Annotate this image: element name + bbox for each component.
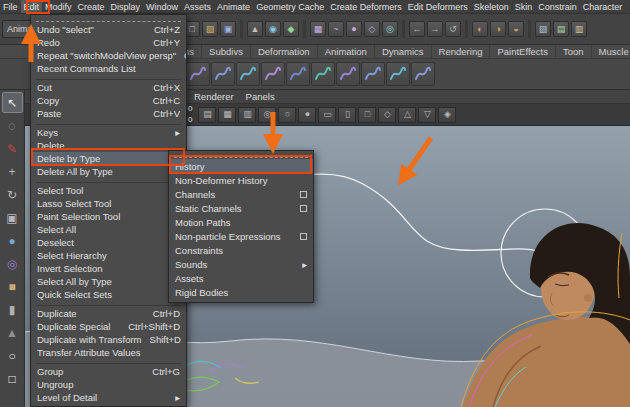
sine-deformer-icon[interactable] (236, 62, 260, 86)
menubar-item[interactable]: Skeleton (471, 0, 512, 14)
menubar-item[interactable]: Assets (181, 0, 214, 14)
edit-menu-item[interactable]: Level of Detail ▸ (31, 391, 186, 404)
edit-menu-item[interactable]: Paint Selection Tool ▸ (31, 210, 186, 223)
safe-action-icon[interactable]: △ (398, 107, 416, 123)
menubar-item[interactable]: Window (143, 0, 181, 14)
field-chart-icon[interactable]: ◈ (438, 107, 456, 123)
edit-menu-item[interactable]: Delete by Type ▸ (31, 152, 186, 165)
edit-menu-item[interactable]: Cut Ctrl+X ▸ (31, 81, 186, 94)
edit-menu-item[interactable]: Repeat "switchModelView persp" G ▸ (31, 49, 186, 62)
option-box-icon[interactable] (300, 205, 307, 212)
scale-tool-icon[interactable]: ▣ (2, 207, 23, 228)
submenu-item[interactable]: Sounds ▸ (169, 257, 313, 271)
submenu-item[interactable]: Static Channels ▸ (169, 201, 313, 215)
menu-tearoff-handle[interactable] (36, 17, 181, 22)
snap-to-grid-icon[interactable]: ▦ (310, 21, 326, 37)
wave-deformer-icon[interactable] (311, 62, 335, 86)
input-connections-icon[interactable]: ← (409, 21, 425, 37)
menubar-item[interactable]: Create Deformers (327, 0, 405, 14)
submenu-item[interactable]: Rigid Bodies ▸ (169, 285, 313, 299)
lock-camera-icon[interactable]: ▦ (218, 107, 236, 123)
select-object-mode-icon[interactable]: ◉ (265, 21, 281, 37)
render-settings-icon[interactable]: ◒ (508, 21, 524, 37)
option-box-icon[interactable] (300, 191, 307, 198)
circle-layout-icon[interactable]: ○ (2, 345, 23, 366)
edit-menu-item[interactable]: Duplicate Ctrl+D ▸ (31, 307, 186, 320)
panel-menu-item[interactable]: Renderer (188, 90, 240, 103)
submenu-item[interactable]: Constraints ▸ (169, 243, 313, 257)
jiggle-deformer-icon[interactable] (411, 62, 435, 86)
submenu-item[interactable]: Non-Deformer History ▸ (169, 173, 313, 187)
submenu-item[interactable]: History ▸ (169, 159, 313, 173)
menubar-item[interactable]: Character (580, 0, 626, 14)
select-component-mode-icon[interactable]: ◆ (283, 21, 299, 37)
bookmarks-icon[interactable]: ◎ (258, 107, 276, 123)
edit-menu-item[interactable]: Invert Selection ▸ (31, 262, 186, 275)
twist-deformer-icon[interactable] (286, 62, 310, 86)
snap-to-curve-icon[interactable]: ~ (328, 21, 344, 37)
edit-menu-item[interactable]: Quick Select Sets ▸ (31, 288, 186, 301)
shelf-tab[interactable]: PaintEffects (490, 45, 556, 58)
edit-menu-item[interactable]: Select All ▸ (31, 223, 186, 236)
menubar-item[interactable]: File (0, 0, 21, 14)
edit-menu-item[interactable]: Recent Commands List ▸ (31, 62, 186, 75)
paint-select-tool-icon[interactable]: ✎ (2, 138, 23, 159)
edit-menu-item[interactable]: Lasso Select Tool ▸ (31, 197, 186, 210)
grid-toggle-icon[interactable]: ▭ (318, 107, 336, 123)
shelf-tab[interactable]: Dynamics (375, 45, 432, 58)
graph-editor-icon[interactable]: ▤ (553, 21, 569, 37)
edit-menu-item[interactable]: Deselect ▸ (31, 236, 186, 249)
edit-menu-item[interactable]: Copy Ctrl+C ▸ (31, 94, 186, 107)
open-scene-icon[interactable]: ▧ (202, 21, 218, 37)
edit-menu-item[interactable]: Duplicate Special Ctrl+Shift+D ▸ (31, 320, 186, 333)
move-tool-icon[interactable]: + (2, 161, 23, 182)
edit-menu-item[interactable]: Paste Ctrl+V ▸ (31, 107, 186, 120)
edit-menu-item[interactable]: Transfer Attribute Values ▸ (31, 346, 186, 359)
cone-primitive-icon[interactable]: ▲ (2, 322, 23, 343)
rotate-tool-icon[interactable]: ↻ (2, 184, 23, 205)
lasso-select-tool-icon[interactable]: ◌ (2, 115, 23, 136)
snap-to-plane-icon[interactable]: ◇ (364, 21, 380, 37)
edit-menu-item[interactable]: Group Ctrl+G ▸ (31, 365, 186, 378)
submenu-item[interactable]: Motion Paths ▸ (169, 215, 313, 229)
panel-menu-item[interactable]: Panels (240, 90, 281, 103)
film-gate-icon[interactable]: ▯ (338, 107, 356, 123)
option-box-icon[interactable] (300, 233, 307, 240)
sphere-primitive-icon[interactable]: ● (2, 230, 23, 251)
edit-menu-item[interactable]: Ungroup ▸ (31, 378, 186, 391)
resolution-gate-icon[interactable]: □ (358, 107, 376, 123)
menubar-item[interactable]: Animate (214, 0, 253, 14)
wire-deformer-icon[interactable] (336, 62, 360, 86)
menubar-item[interactable]: Constrain (535, 0, 580, 14)
edit-menu-item[interactable]: Duplicate with Transform Shift+D ▸ (31, 333, 186, 346)
menubar-item[interactable]: Modify (42, 0, 75, 14)
menubar-item[interactable]: Edit Deformers (405, 0, 471, 14)
submenu-item[interactable]: Channels ▸ (169, 187, 313, 201)
edit-menu-item[interactable]: Select Tool ▸ (31, 184, 186, 197)
pan-zoom-icon[interactable]: ● (298, 107, 316, 123)
submenu-item[interactable]: Non-particle Expressions ▸ (169, 229, 313, 243)
square-layout-icon[interactable]: □ (2, 368, 23, 389)
ipr-render-icon[interactable]: ◑ (490, 21, 506, 37)
menubar-item[interactable]: Skin (512, 0, 536, 14)
edit-menu-item[interactable]: Undo "select" Ctrl+Z ▸ (31, 23, 186, 36)
hypershade-icon[interactable]: ▨ (535, 21, 551, 37)
save-scene-icon[interactable]: ▣ (220, 21, 236, 37)
snap-to-point-icon[interactable]: ● (346, 21, 362, 37)
squash-deformer-icon[interactable] (261, 62, 285, 86)
menubar-item[interactable]: Edit (21, 0, 43, 14)
edit-menu-item[interactable]: Delete All by Type ▸ (31, 165, 186, 178)
outliner-icon[interactable]: ▥ (571, 21, 587, 37)
edit-menu-item[interactable]: Select All by Type ▸ (31, 275, 186, 288)
camera-attributes-icon[interactable]: ▥ (238, 107, 256, 123)
safe-title-icon[interactable]: ▽ (418, 107, 436, 123)
select-hierarchy-mode-icon[interactable]: ▲ (247, 21, 263, 37)
flare-deformer-icon[interactable] (211, 62, 235, 86)
cube-primitive-icon[interactable]: ■ (2, 276, 23, 297)
render-current-frame-icon[interactable]: ◐ (472, 21, 488, 37)
edit-menu-item[interactable]: Select Hierarchy ▸ (31, 249, 186, 262)
edit-menu-item[interactable]: Keys ▸ (31, 126, 186, 139)
wrinkle-deformer-icon[interactable] (361, 62, 385, 86)
cylinder-primitive-icon[interactable]: ▮ (2, 299, 23, 320)
menubar-item[interactable]: Create (75, 0, 108, 14)
